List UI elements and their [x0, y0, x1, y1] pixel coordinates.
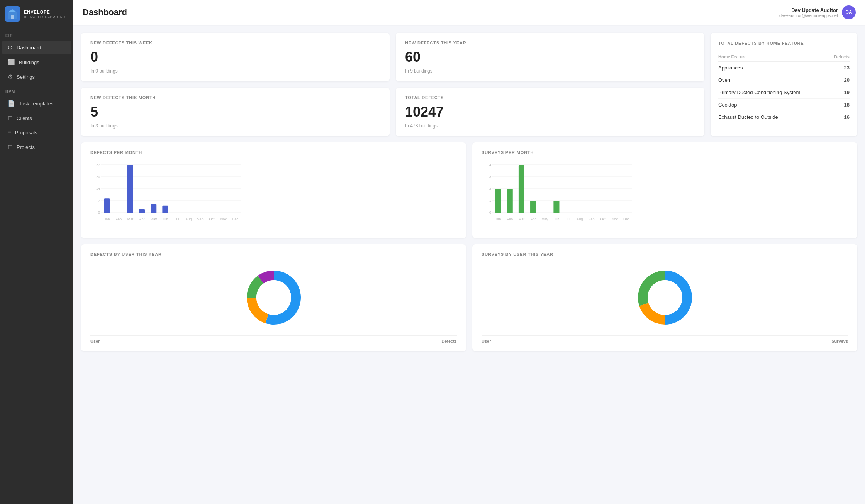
sidebar-item-label-buildings: Buildings	[19, 59, 39, 65]
stat-card-year: NEW DEFECTS THIS YEAR 60 In 9 buildings	[396, 33, 704, 81]
feature-defects: 23	[829, 62, 850, 74]
feature-card: TOTAL DEFECTS BY HOME FEATURE ⋮ Home Fea…	[711, 33, 857, 136]
clients-icon: ⊞	[8, 115, 13, 122]
feature-table-row: Cooktop18	[718, 99, 850, 111]
sidebar-item-label-task-templates: Task Templates	[19, 101, 53, 107]
defects-chart-area	[90, 161, 457, 230]
stat-month-value: 5	[90, 104, 380, 120]
stat-month-label: NEW DEFECTS THIS MONTH	[90, 95, 380, 100]
defects-bar-canvas	[90, 161, 245, 223]
svg-point-3	[256, 280, 291, 315]
donuts-row: DEFECTS BY USER THIS YEAR User Defects S…	[81, 244, 857, 351]
feature-name: Cooktop	[718, 99, 829, 111]
sidebar-item-label-clients: Clients	[17, 115, 32, 121]
logo-subtitle: INTEGRITY REPORTER	[24, 15, 65, 19]
surveys-donut-footer: User Surveys	[482, 335, 848, 343]
avatar: DA	[842, 5, 856, 19]
surveys-bar-canvas	[482, 161, 636, 223]
feature-defects: 19	[829, 86, 850, 99]
sidebar-item-clients[interactable]: ⊞ Clients	[2, 111, 71, 125]
sidebar-item-label-settings: Settings	[17, 74, 35, 80]
sidebar-section-bpm: BPM	[0, 84, 73, 96]
defects-donut-footer: User Defects	[90, 335, 457, 343]
stat-total-value: 10247	[405, 104, 695, 120]
surveys-donut-svg	[630, 263, 700, 332]
dashboard-icon: ⊙	[8, 44, 13, 51]
feature-table-row: Oven20	[718, 74, 850, 86]
user-info-area: Dev Update Auditor dev+auditor@wemakeapp…	[779, 5, 856, 19]
settings-icon: ⚙	[8, 73, 13, 80]
logo-title: ENVELOPE	[24, 9, 65, 15]
stat-card-week: NEW DEFECTS THIS WEEK 0 In 0 buildings	[81, 33, 390, 81]
stat-week-value: 0	[90, 49, 380, 65]
surveys-footer-left: User	[482, 339, 491, 343]
defects-footer-right: Defects	[441, 339, 457, 343]
surveys-by-user-card: SURVEYS BY USER THIS YEAR User Surveys	[472, 244, 857, 351]
feature-name: Oven	[718, 74, 829, 86]
sidebar-item-settings[interactable]: ⚙ Settings	[2, 70, 71, 84]
feature-table-row: Appliances23	[718, 62, 850, 74]
sidebar-item-dashboard[interactable]: ⊙ Dashboard	[2, 41, 71, 54]
stat-year-label: NEW DEFECTS THIS YEAR	[405, 41, 695, 45]
stat-year-sub: In 9 buildings	[405, 68, 695, 74]
feature-table-row: Exhaust Ducted to Outside16	[718, 111, 850, 123]
stat-card-month: NEW DEFECTS THIS MONTH 5 In 3 buildings	[81, 88, 390, 136]
task-templates-icon: 📄	[8, 100, 15, 107]
user-text: Dev Update Auditor dev+auditor@wemakeapp…	[779, 7, 838, 18]
stat-month-sub: In 3 buildings	[90, 123, 380, 129]
feature-card-header: TOTAL DEFECTS BY HOME FEATURE ⋮	[718, 39, 850, 47]
feature-defects: 20	[829, 74, 850, 86]
feature-defects: 16	[829, 111, 850, 123]
projects-icon: ⊟	[8, 144, 13, 151]
stat-total-label: TOTAL DEFECTS	[405, 95, 695, 100]
more-options-icon[interactable]: ⋮	[843, 39, 850, 47]
sidebar-section-eir: EIR	[0, 28, 73, 40]
feature-table: Home Feature Defects Appliances23Oven20P…	[718, 52, 850, 123]
surveys-donut-title: SURVEYS BY USER THIS YEAR	[482, 252, 848, 257]
charts-row: DEFECTS PER MONTH SURVEYS PER MONTH	[81, 142, 857, 238]
sidebar-item-projects[interactable]: ⊟ Projects	[2, 140, 71, 154]
proposals-icon: ≡	[8, 129, 11, 136]
defects-per-month-card: DEFECTS PER MONTH	[81, 142, 466, 238]
defects-donut-svg	[239, 263, 309, 332]
sidebar-item-proposals[interactable]: ≡ Proposals	[2, 126, 71, 139]
defects-footer-left: User	[90, 339, 100, 343]
feature-table-row: Primary Ducted Conditioning System19	[718, 86, 850, 99]
logo-icon	[5, 6, 20, 22]
page-title: Dashboard	[83, 7, 127, 17]
stat-year-value: 60	[405, 49, 695, 65]
stat-card-total: TOTAL DEFECTS 10247 In 478 buildings	[396, 88, 704, 136]
defects-chart-title: DEFECTS PER MONTH	[90, 150, 457, 155]
sidebar-item-label-dashboard: Dashboard	[17, 45, 41, 51]
feature-name: Appliances	[718, 62, 829, 74]
stat-week-label: NEW DEFECTS THIS WEEK	[90, 41, 380, 45]
sidebar-item-buildings[interactable]: ⬜ Buildings	[2, 55, 71, 69]
feature-defects: 18	[829, 99, 850, 111]
top-cards: NEW DEFECTS THIS WEEK 0 In 0 buildings N…	[81, 33, 857, 136]
sidebar-item-label-projects: Projects	[17, 144, 35, 150]
surveys-chart-area	[482, 161, 848, 230]
stat-week-sub: In 0 buildings	[90, 68, 380, 74]
logo-area: ENVELOPE INTEGRITY REPORTER	[0, 0, 73, 28]
surveys-donut-area	[482, 263, 848, 332]
feature-table-wrapper: Home Feature Defects Appliances23Oven20P…	[718, 52, 850, 123]
sidebar-item-label-proposals: Proposals	[15, 130, 37, 135]
main-area: Dashboard Dev Update Auditor dev+auditor…	[73, 0, 865, 504]
defects-col-header: Defects	[829, 52, 850, 62]
feature-card-title: TOTAL DEFECTS BY HOME FEATURE	[718, 41, 804, 46]
svg-rect-2	[11, 15, 14, 19]
svg-marker-1	[8, 9, 17, 12]
feature-name: Exhaust Ducted to Outside	[718, 111, 829, 123]
surveys-chart-title: SURVEYS PER MONTH	[482, 150, 848, 155]
content-area: NEW DEFECTS THIS WEEK 0 In 0 buildings N…	[73, 25, 865, 504]
sidebar: ENVELOPE INTEGRITY REPORTER EIR ⊙ Dashbo…	[0, 0, 73, 504]
stat-cards-grid: NEW DEFECTS THIS WEEK 0 In 0 buildings N…	[81, 33, 704, 136]
header: Dashboard Dev Update Auditor dev+auditor…	[73, 0, 865, 25]
defects-donut-area	[90, 263, 457, 332]
defects-by-user-card: DEFECTS BY USER THIS YEAR User Defects	[81, 244, 466, 351]
sidebar-item-task-templates[interactable]: 📄 Task Templates	[2, 96, 71, 110]
feature-col-header: Home Feature	[718, 52, 829, 62]
defects-donut-title: DEFECTS BY USER THIS YEAR	[90, 252, 457, 257]
surveys-per-month-card: SURVEYS PER MONTH	[472, 142, 857, 238]
stat-total-sub: In 478 buildings	[405, 123, 695, 129]
